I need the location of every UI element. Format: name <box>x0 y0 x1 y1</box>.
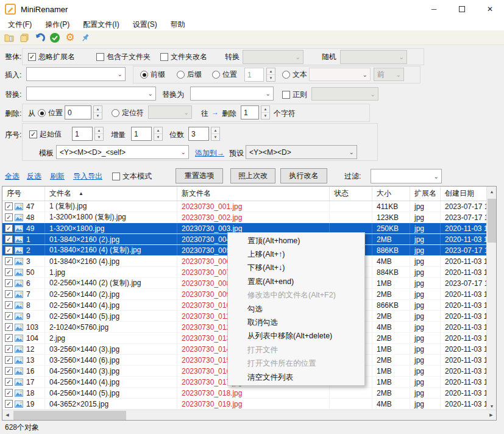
row-checkbox-checked[interactable]: ✓ <box>5 312 13 320</box>
menu-item-0[interactable]: 文件(F) <box>1 18 38 30</box>
rename-like-last-button[interactable]: 照上次改 <box>230 168 275 183</box>
action-link-3[interactable]: 导入导出 <box>73 171 102 182</box>
gear-icon[interactable]: ⚙ <box>64 32 76 44</box>
delete-count-stepper[interactable]: ▲▼ <box>261 105 270 119</box>
template-combobox[interactable]: <Y><M><D>_<self>⌄ <box>56 145 189 159</box>
apply-check-icon[interactable] <box>49 32 61 44</box>
insert-position-value[interactable]: 1 <box>244 68 264 82</box>
row-checkbox-checked[interactable]: ✓ <box>5 235 13 243</box>
insert-text-radio[interactable]: 文本 <box>282 69 307 80</box>
row-checkbox-checked[interactable]: ✓ <box>5 290 13 298</box>
row-checkbox-checked[interactable]: ✓ <box>5 268 13 276</box>
digits-value[interactable]: 3 <box>188 127 209 141</box>
text-mode-checkbox[interactable]: 文本模式 <box>112 171 152 182</box>
scroll-right-icon[interactable]: ▶ <box>486 410 496 420</box>
column-header-6[interactable]: 创建日期 <box>441 187 488 201</box>
direction-arrow-icon[interactable]: → <box>211 108 219 116</box>
row-checkbox-checked[interactable]: ✓ <box>5 389 13 397</box>
insert-prefix-radio[interactable]: 前缀 <box>140 69 165 80</box>
undo-icon[interactable] <box>34 32 46 44</box>
row-checkbox-checked[interactable]: ✓ <box>5 345 13 353</box>
digits-stepper[interactable]: ▲▼ <box>211 127 220 141</box>
delete-position-stepper[interactable]: ▲▼ <box>93 105 102 119</box>
menu-item-3[interactable]: 设置(S) <box>126 18 164 30</box>
convert-select[interactable]: ⌄ <box>243 50 303 64</box>
menu-item-1[interactable]: 操作(P) <box>38 18 76 30</box>
include-subfolder-checkbox[interactable]: 包含子文件夹 <box>96 52 151 62</box>
row-checkbox-checked[interactable]: ✓ <box>5 378 13 386</box>
maximize-button[interactable] <box>448 0 476 18</box>
context-menu-item-6[interactable]: 取消勾选 <box>228 316 364 329</box>
row-checkbox-checked[interactable]: ✓ <box>5 246 13 254</box>
column-header-3[interactable]: 状态 <box>330 187 372 201</box>
column-header-5[interactable]: 扩展名 <box>410 187 441 201</box>
start-value-stepper[interactable]: ▲▼ <box>94 127 104 141</box>
row-checkbox-checked[interactable]: ✓ <box>5 334 13 342</box>
table-row[interactable]: ✓481-3200×1800 (复制).jpg20230730_002.jpg1… <box>2 212 488 223</box>
vertical-scrollbar[interactable]: ▲ ▼ <box>486 187 496 411</box>
insert-front-select[interactable]: 前⌄ <box>374 68 404 81</box>
context-menu-item-5[interactable]: 勾选 <box>228 302 364 316</box>
row-checkbox-checked[interactable]: ✓ <box>5 279 13 287</box>
insert-suffix-radio[interactable]: 后缀 <box>177 69 202 80</box>
insert-position-stepper[interactable]: ▲▼ <box>266 68 275 82</box>
execute-rename-button[interactable]: 执行改名 <box>280 168 327 183</box>
start-value-checkbox[interactable]: ✓ 起始值 <box>29 129 62 140</box>
action-link-0[interactable]: 全选 <box>5 171 20 182</box>
column-header-1[interactable]: 文件名▲ <box>45 187 177 201</box>
vertical-scroll-thumb[interactable] <box>488 199 496 243</box>
insert-text-combobox[interactable]: ⌄ <box>26 67 126 81</box>
open-folder-icon[interactable] <box>3 32 15 44</box>
anchor-radio[interactable]: 定位符 <box>112 108 144 118</box>
horizontal-scrollbar[interactable]: ◀ ▶ <box>2 410 496 420</box>
replace-search-combobox[interactable]: ⌄ <box>26 87 156 101</box>
row-checkbox-checked[interactable]: ✓ <box>5 301 13 309</box>
delete-position-radio[interactable]: 位置 <box>38 108 63 118</box>
table-row[interactable]: ✓471 (复制).jpg20230730_001.jpg411KBjpg202… <box>2 201 488 212</box>
increment-stepper[interactable]: ▲▼ <box>154 127 163 141</box>
context-menu-item-7[interactable]: 从列表中移除(Alt+delete) <box>228 330 364 343</box>
context-menu-item-2[interactable]: 下移(Alt+↓) <box>228 261 364 275</box>
filter-combobox[interactable]: ⌄ <box>371 169 442 183</box>
row-checkbox-checked[interactable]: ✓ <box>5 356 13 364</box>
scroll-left-icon[interactable]: ◀ <box>2 410 12 420</box>
insert-text-value-combobox[interactable]: ⌄ <box>309 68 371 81</box>
minimize-button[interactable]: ─ <box>420 0 448 18</box>
preset-combobox[interactable]: <Y><M><D>⌄ <box>246 145 357 159</box>
scroll-up-icon[interactable]: ▲ <box>487 187 497 196</box>
row-checkbox-checked[interactable]: ✓ <box>5 213 13 221</box>
table-row[interactable]: ✓1904-3652×2015.jpg20230730_019.jpg4MBjp… <box>2 399 488 410</box>
context-menu-item-1[interactable]: 上移(Alt+↑) <box>228 247 364 261</box>
row-checkbox-checked[interactable]: ✓ <box>5 202 13 210</box>
replace-with-combobox[interactable]: ⌄ <box>190 87 274 101</box>
row-checkbox-checked[interactable]: ✓ <box>5 400 13 408</box>
regex-checkbox[interactable]: 正则 <box>282 90 307 100</box>
context-menu-item-0[interactable]: 置顶(Alt+home) <box>228 234 364 247</box>
column-header-4[interactable]: 大小 <box>372 187 410 201</box>
column-header-0[interactable]: 序号 <box>2 187 45 201</box>
row-checkbox-checked[interactable]: ✓ <box>5 224 13 232</box>
row-checkbox-checked[interactable]: ✓ <box>5 367 13 375</box>
horizontal-scroll-thumb[interactable] <box>13 411 126 420</box>
anchor-select[interactable]: ⌄ <box>148 105 192 119</box>
action-link-2[interactable]: 刷新 <box>50 171 65 182</box>
delete-count-value[interactable]: 1 <box>241 105 259 119</box>
ignore-ext-checkbox[interactable]: ✓ 忽略扩展名 <box>28 52 75 62</box>
row-checkbox-checked[interactable]: ✓ <box>5 257 13 265</box>
start-value[interactable]: 1 <box>72 127 93 141</box>
random-select[interactable]: ⌄ <box>340 50 407 64</box>
folder-rename-checkbox[interactable]: 文件夹改名 <box>160 52 207 62</box>
row-checkbox-checked[interactable]: ✓ <box>5 323 13 331</box>
delete-position-value[interactable]: 0 <box>65 105 91 119</box>
context-menu-item-3[interactable]: 置底(Alt+end) <box>228 275 364 288</box>
insert-position-radio[interactable]: 位置 <box>212 69 237 80</box>
increment-value[interactable]: 1 <box>131 127 152 141</box>
reset-options-button[interactable]: 重置选项 <box>176 168 223 183</box>
menu-item-2[interactable]: 配置文件(I) <box>76 18 126 30</box>
menu-item-4[interactable]: 帮助 <box>164 18 192 30</box>
action-link-1[interactable]: 反选 <box>27 171 41 182</box>
copy-folders-icon[interactable] <box>18 32 30 44</box>
regex-preset-select[interactable]: ⌄ <box>311 87 378 101</box>
close-button[interactable]: ✕ <box>476 0 504 18</box>
table-row[interactable]: ✓1804-2560×1440 (5).jpg20230730_018.jpg2… <box>2 388 488 399</box>
